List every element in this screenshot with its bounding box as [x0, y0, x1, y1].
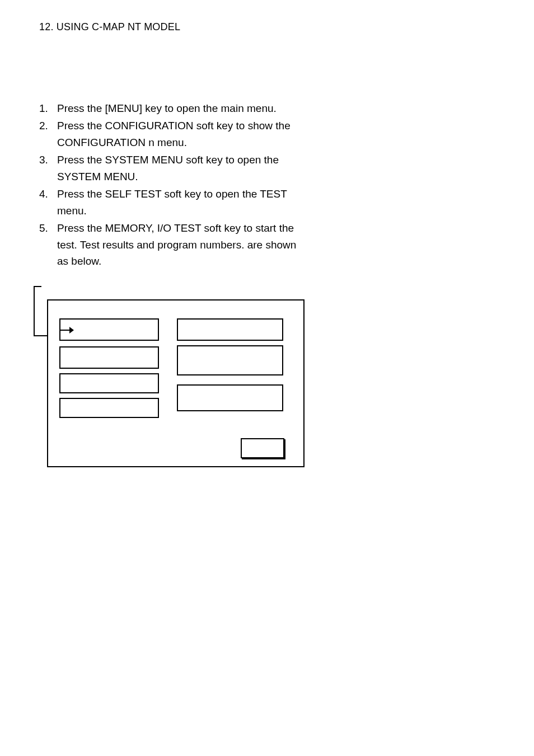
step-number: 1.	[39, 100, 57, 116]
result-box	[177, 345, 283, 375]
diagram	[39, 283, 308, 484]
instruction-list: 1. Press the [MENU] key to open the main…	[39, 100, 308, 269]
list-item: 5. Press the MEMORY, I/O TEST soft key t…	[39, 220, 308, 269]
result-box	[59, 373, 159, 393]
document-page: 12. USING C-MAP NT MODEL 1. Press the [M…	[0, 0, 534, 756]
list-item: 1. Press the [MENU] key to open the main…	[39, 100, 308, 116]
step-text: Press the [MENU] key to open the main me…	[57, 100, 308, 116]
callout-bracket	[34, 286, 41, 336]
screen-outline	[47, 299, 305, 467]
step-number: 4.	[39, 186, 57, 219]
result-box	[59, 398, 159, 418]
step-number: 2.	[39, 118, 57, 151]
body-column: 1. Press the [MENU] key to open the main…	[39, 100, 308, 484]
result-box	[59, 318, 159, 341]
callout-connector	[34, 335, 47, 336]
softkey-box	[241, 438, 284, 458]
step-text: Press the SYSTEM MENU soft key to open t…	[57, 152, 308, 185]
list-item: 3. Press the SYSTEM MENU soft key to ope…	[39, 152, 308, 185]
step-text: Press the SELF TEST soft key to open the…	[57, 186, 308, 219]
step-text: Press the CONFIGURATION soft key to show…	[57, 118, 308, 151]
arrow-head-icon	[69, 327, 74, 334]
result-box	[59, 346, 159, 369]
arrow-icon	[59, 330, 71, 331]
page-header: 12. USING C-MAP NT MODEL	[39, 21, 495, 33]
list-item: 2. Press the CONFIGURATION soft key to s…	[39, 118, 308, 151]
result-box	[177, 318, 283, 341]
step-number: 3.	[39, 152, 57, 185]
list-item: 4. Press the SELF TEST soft key to open …	[39, 186, 308, 219]
step-number: 5.	[39, 220, 57, 269]
step-text: Press the MEMORY, I/O TEST soft key to s…	[57, 220, 308, 269]
result-box	[177, 384, 283, 411]
